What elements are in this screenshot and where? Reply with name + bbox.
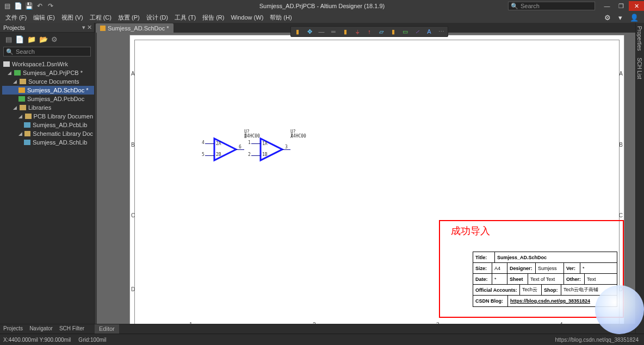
- panel-search-placeholder: Search: [16, 48, 35, 55]
- menu-view[interactable]: 视图 (V): [59, 14, 85, 22]
- tab-editor[interactable]: Editor: [95, 324, 119, 334]
- menu-bar: 文件 (F) 编辑 (E) 视图 (V) 工程 (C) 放置 (P) 设计 (D…: [0, 12, 644, 23]
- tb-redo-icon[interactable]: ↷: [47, 2, 54, 10]
- editor-area: Sumjess_AD.SchDoc * ▮ ✥ — ═ ▮ ⏚ ↑ ▱ ▮ ▭ …: [95, 23, 644, 334]
- menu-window[interactable]: Window (W): [228, 14, 265, 21]
- annotation-box: 成功导入 Title: Sumjess_AD.SchDoc Size: A4 D…: [439, 220, 624, 318]
- panel-schlist[interactable]: SCH List: [636, 54, 643, 82]
- watermark: https://blog.csdn.net/qq_38351824: [555, 337, 639, 343]
- menu-report[interactable]: 报告 (R): [200, 14, 226, 22]
- tb-new-project-icon[interactable]: ▤: [5, 35, 12, 43]
- tree-pcb-lib-folder[interactable]: ◢PCB Library Documen: [2, 112, 94, 121]
- tree-libraries[interactable]: ◢Libraries: [2, 103, 94, 112]
- tool-sheet-icon[interactable]: ▭: [401, 27, 410, 36]
- window-title: Sumjess_AD.PrjPCB - Altium Designer (18.…: [259, 3, 385, 9]
- schematic-canvas[interactable]: A B C D A B C D 1 2 3 4 4 5: [97, 33, 635, 334]
- sidebar-bottom-tabs: Projects Navigator SCH Filter: [0, 324, 95, 334]
- annotation-label: 成功导入: [451, 224, 490, 237]
- notifications-icon[interactable]: ▾: [616, 14, 624, 22]
- component-u-a[interactable]: 1 2 3 1A 1B U?A 74HC00: [258, 136, 290, 164]
- tb-undo-icon[interactable]: ↶: [36, 2, 44, 10]
- global-search-input[interactable]: 🔍 Search: [508, 2, 595, 10]
- component-u-b[interactable]: 4 5 6 2A 2B U?B 74HC00: [212, 136, 244, 164]
- tb-doc-icon[interactable]: 📄: [15, 35, 24, 43]
- tree-schlib[interactable]: Sumjess_AD.SchLib: [2, 138, 94, 147]
- minimize-button[interactable]: —: [600, 1, 614, 11]
- menu-place[interactable]: 放置 (P): [116, 14, 142, 22]
- tb-gear-icon[interactable]: ⚙: [51, 35, 58, 43]
- tree-pcblib[interactable]: Sumjess_AD.PcbLib: [2, 121, 94, 129]
- menu-edit[interactable]: 编辑 (E): [31, 14, 57, 22]
- projects-toolbar: ▤ 📄 📁 📂 ⚙: [0, 33, 94, 46]
- settings-icon[interactable]: ⚙: [602, 14, 613, 22]
- menu-help[interactable]: 帮助 (H): [268, 14, 294, 22]
- menu-design[interactable]: 设计 (D): [144, 14, 170, 22]
- project-tree[interactable]: Workspace1.DsnWrk ◢Sumjess_AD.PrjPCB * ◢…: [0, 60, 94, 147]
- tab-schdoc[interactable]: Sumjess_AD.SchDoc *: [96, 23, 174, 33]
- tool-ground-icon[interactable]: ⏚: [353, 27, 362, 36]
- editor-bottom-tabs: Editor: [95, 324, 635, 334]
- panel-title-text: Projects: [3, 24, 25, 31]
- tool-move-icon[interactable]: ✥: [305, 27, 314, 36]
- status-coords: X:4400.000mil Y:900.000mil: [3, 337, 71, 343]
- tool-power-icon[interactable]: ↑: [365, 27, 374, 36]
- close-button[interactable]: ✕: [629, 1, 644, 11]
- tree-project[interactable]: ◢Sumjess_AD.PrjPCB *: [2, 68, 94, 77]
- projects-panel-title: Projects ▾ ✕: [0, 23, 94, 33]
- tb-open-icon[interactable]: 📄: [14, 2, 22, 10]
- title-block: Title: Sumjess_AD.SchDoc Size: A4 Design…: [473, 252, 617, 307]
- tree-schdoc[interactable]: Sumjess_AD.SchDoc *: [2, 86, 94, 95]
- menu-tools[interactable]: 工具 (T): [172, 14, 198, 22]
- status-bar: X:4400.000mil Y:900.000mil Grid:100mil: [0, 334, 644, 345]
- tool-more-icon[interactable]: ⋯: [437, 27, 445, 36]
- user-icon[interactable]: 👤: [628, 14, 641, 22]
- title-bar: ▤ 📄 💾 ↶ ↷ Sumjess_AD.PrjPCB - Altium Des…: [0, 0, 644, 12]
- projects-search-input[interactable]: 🔍 Search: [3, 47, 91, 57]
- tool-text-icon[interactable]: A: [425, 27, 434, 36]
- tool-bus-icon[interactable]: ═: [329, 27, 338, 36]
- panel-properties[interactable]: Properties: [636, 23, 643, 54]
- tab-navigator[interactable]: Navigator: [26, 324, 56, 334]
- tab-label: Sumjess_AD.SchDoc *: [108, 25, 169, 32]
- tree-sch-lib-folder[interactable]: ◢Schematic Library Doc: [2, 129, 94, 138]
- tab-projects[interactable]: Projects: [0, 324, 26, 334]
- tb-new-icon[interactable]: ▤: [3, 2, 11, 10]
- tool-wire-icon[interactable]: —: [317, 27, 326, 36]
- tool-select-icon[interactable]: ▮: [293, 27, 302, 36]
- search-icon: 🔍: [511, 3, 518, 10]
- schematic-toolbar: ▮ ✥ — ═ ▮ ⏚ ↑ ▱ ▮ ▭ ⟋ A ⋯: [290, 26, 448, 37]
- tool-harness-icon[interactable]: ⟋: [413, 27, 422, 36]
- right-panels: Properties SCH List: [635, 23, 644, 334]
- menu-file[interactable]: 文件 (F): [3, 14, 29, 22]
- panel-menu-icon[interactable]: ▾ ✕: [82, 24, 92, 31]
- search-placeholder: Search: [521, 3, 540, 9]
- tool-port-icon[interactable]: ▱: [377, 27, 386, 36]
- tab-schfilter[interactable]: SCH Filter: [56, 324, 88, 334]
- tool-part-icon[interactable]: ▮: [389, 27, 398, 36]
- tree-source-documents[interactable]: ◢Source Documents: [2, 77, 94, 86]
- projects-panel: Projects ▾ ✕ ▤ 📄 📁 📂 ⚙ 🔍 Search Workspac…: [0, 23, 95, 334]
- tb-folder-icon[interactable]: 📁: [27, 35, 36, 43]
- status-grid: Grid:100mil: [78, 337, 106, 343]
- tree-pcbdoc[interactable]: Sumjess_AD.PcbDoc: [2, 95, 94, 103]
- search-icon: 🔍: [6, 48, 14, 55]
- tree-workspace[interactable]: Workspace1.DsnWrk: [2, 60, 94, 68]
- tool-net-icon[interactable]: ▮: [341, 27, 350, 36]
- menu-project[interactable]: 工程 (C): [88, 14, 114, 22]
- tb-save-icon[interactable]: 💾: [25, 2, 33, 10]
- tb-folder2-icon[interactable]: 📂: [39, 35, 48, 43]
- maximize-button[interactable]: ❐: [615, 1, 628, 11]
